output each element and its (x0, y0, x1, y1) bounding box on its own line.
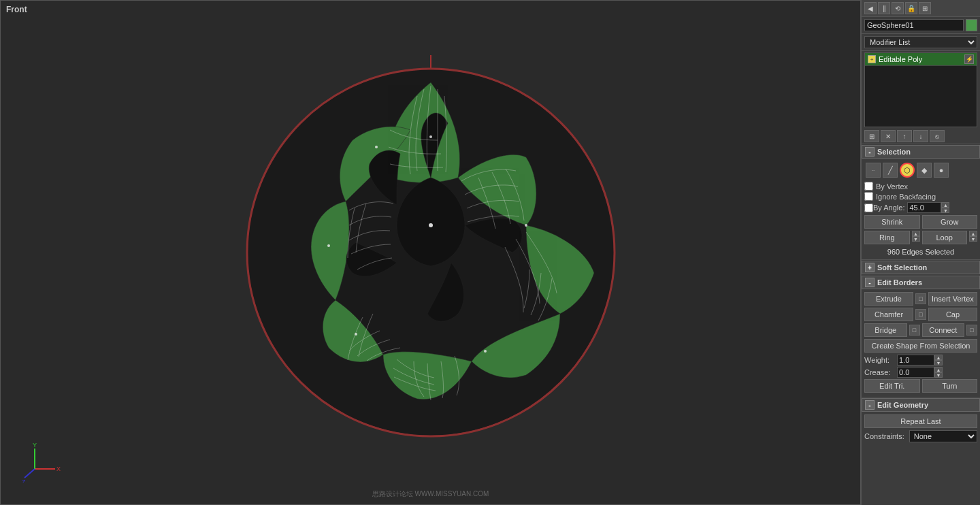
toolbar-pin-icon[interactable]: ◀ (864, 2, 877, 14)
crease-input[interactable] (897, 367, 934, 378)
sel-icon-border[interactable]: ⬡ (900, 163, 915, 178)
sel-icon-element[interactable]: ● (934, 163, 949, 178)
shrink-btn[interactable]: Shrink (864, 215, 920, 229)
sphere-svg (193, 21, 669, 484)
selection-panel: ·· ╱ ⬡ ◆ ● By Vertex Ignore Backfacing B… (862, 159, 980, 260)
extrude-row: Extrude □ Insert Vertex (864, 292, 977, 306)
sel-icon-polygon[interactable]: ◆ (917, 163, 932, 178)
modifier-item-label: Editable Poly (879, 55, 964, 63)
svg-text:Z: Z (22, 478, 26, 483)
extrude-btn[interactable]: Extrude (864, 292, 913, 306)
by-vertex-checkbox[interactable] (864, 182, 873, 191)
svg-point-8 (355, 333, 357, 336)
connect-btn[interactable]: Connect (922, 323, 965, 337)
crease-up-btn[interactable]: ▲ (934, 367, 943, 372)
selection-section-header[interactable]: - Selection (862, 145, 980, 159)
by-angle-checkbox[interactable] (864, 203, 873, 212)
selection-icons-row: ·· ╱ ⬡ ◆ ● (864, 161, 977, 179)
svg-text:Y: Y (33, 442, 37, 449)
sel-icon-edge[interactable]: ╱ (883, 163, 898, 178)
svg-point-9 (327, 244, 330, 247)
axis-indicator: X Y Z (21, 442, 62, 484)
by-angle-input[interactable] (907, 202, 941, 213)
weight-input[interactable] (897, 355, 934, 365)
edit-tri-btn[interactable]: Edit Tri. (864, 379, 920, 393)
edit-geometry-title: Edit Geometry (877, 401, 928, 409)
edit-geometry-header[interactable]: - Edit Geometry (862, 398, 980, 412)
stack-add-btn[interactable]: ⊞ (864, 130, 879, 142)
repeat-last-btn[interactable]: Repeat Last (864, 414, 977, 428)
edit-borders-title: Edit Borders (877, 278, 922, 287)
ignore-backfacing-checkbox[interactable] (864, 192, 873, 201)
grow-btn[interactable]: Grow (922, 215, 978, 229)
stack-up-btn[interactable]: ↑ (897, 130, 912, 142)
extrude-settings-btn[interactable]: □ (915, 293, 926, 304)
create-shape-btn[interactable]: Create Shape From Selection (864, 339, 977, 353)
crease-down-btn[interactable]: ▼ (934, 372, 943, 378)
loop-down-btn[interactable]: ▼ (969, 236, 977, 242)
weight-row: Weight: ▲ ▼ (864, 355, 977, 365)
crease-row: Crease: ▲ ▼ (864, 367, 977, 378)
toolbar-grid-icon[interactable]: ⊞ (919, 2, 931, 14)
panel-toolbar: ◀ ‖ ⟲ 🔒 ⊞ (862, 0, 980, 17)
svg-point-4 (429, 223, 433, 227)
modifier-item-icon: + (868, 55, 876, 63)
object-name-input[interactable] (864, 19, 964, 31)
modifier-item-pin[interactable]: ⚡ (964, 54, 974, 64)
by-angle-row: By Angle: ▲ ▼ (864, 202, 977, 213)
ring-down-btn[interactable]: ▼ (912, 236, 920, 242)
crease-label: Crease: (864, 368, 897, 376)
geometry-panel: Repeat Last Constraints: None Edge Face … (862, 412, 980, 444)
toolbar-track-icon[interactable]: ‖ (878, 2, 890, 14)
soft-selection-header[interactable]: + Soft Selection (862, 261, 980, 274)
by-angle-spinner: ▲ ▼ (941, 202, 949, 213)
weight-up-btn[interactable]: ▲ (934, 355, 943, 360)
edit-borders-toggle[interactable]: - (865, 278, 875, 287)
turn-btn[interactable]: Turn (922, 379, 978, 393)
selection-title: Selection (877, 148, 911, 156)
angle-up-btn[interactable]: ▲ (941, 202, 949, 208)
watermark: 思路设计论坛 WWW.MISSYUAN.COM (372, 489, 489, 499)
insert-vertex-btn[interactable]: Insert Vertex (928, 292, 977, 306)
viewport[interactable]: Front (0, 0, 861, 505)
modifier-list-dropdown[interactable]: Modifier List (864, 36, 977, 48)
svg-point-10 (375, 146, 378, 148)
ring-up-btn[interactable]: ▲ (912, 231, 920, 236)
sel-icon-vertex[interactable]: ·· (866, 163, 881, 178)
modifier-item-editable-poly[interactable]: + Editable Poly ⚡ (865, 53, 977, 66)
weight-spinner: ▲ ▼ (934, 355, 943, 365)
connect-settings-btn[interactable]: □ (966, 325, 977, 336)
edit-geometry-toggle[interactable]: - (865, 400, 875, 410)
loop-btn[interactable]: Loop (922, 231, 968, 244)
object-color-swatch[interactable] (966, 19, 977, 31)
stack-down-btn[interactable]: ↓ (913, 130, 928, 142)
bridge-row: Bridge □ Connect □ (864, 323, 977, 337)
cap-btn[interactable]: Cap (928, 308, 977, 321)
modifier-stack: + Editable Poly ⚡ (864, 52, 977, 127)
crease-spinner: ▲ ▼ (934, 367, 943, 378)
selection-toggle[interactable]: - (865, 147, 875, 157)
svg-point-6 (525, 224, 527, 227)
chamfer-btn[interactable]: Chamfer (864, 308, 913, 321)
bridge-settings-btn[interactable]: □ (909, 325, 920, 336)
chamfer-settings-btn[interactable]: □ (915, 309, 926, 320)
toolbar-lock-icon[interactable]: 🔒 (905, 2, 917, 14)
svg-point-7 (484, 350, 487, 353)
stack-collapse-btn[interactable]: ⎋ (930, 130, 945, 142)
soft-selection-toggle[interactable]: + (865, 263, 875, 272)
constraints-dropdown[interactable]: None Edge Face Normal (909, 430, 977, 442)
angle-down-btn[interactable]: ▼ (941, 208, 949, 213)
by-angle-label: By Angle: (873, 203, 904, 212)
toolbar-undo-icon[interactable]: ⟲ (892, 2, 904, 14)
edit-panel: Extrude □ Insert Vertex Chamfer □ Cap Br… (862, 290, 980, 397)
bridge-btn[interactable]: Bridge (864, 323, 907, 337)
stack-remove-btn[interactable]: ✕ (881, 130, 896, 142)
weight-down-btn[interactable]: ▼ (934, 360, 943, 365)
by-vertex-row: By Vertex (864, 182, 977, 191)
ring-btn[interactable]: Ring (864, 231, 910, 244)
loop-up-btn[interactable]: ▲ (969, 231, 977, 236)
loop-spinner: ▲ ▼ (969, 231, 977, 244)
shrink-grow-row: Shrink Grow (864, 215, 977, 229)
edit-borders-header[interactable]: - Edit Borders (862, 276, 980, 289)
svg-line-14 (24, 469, 35, 478)
